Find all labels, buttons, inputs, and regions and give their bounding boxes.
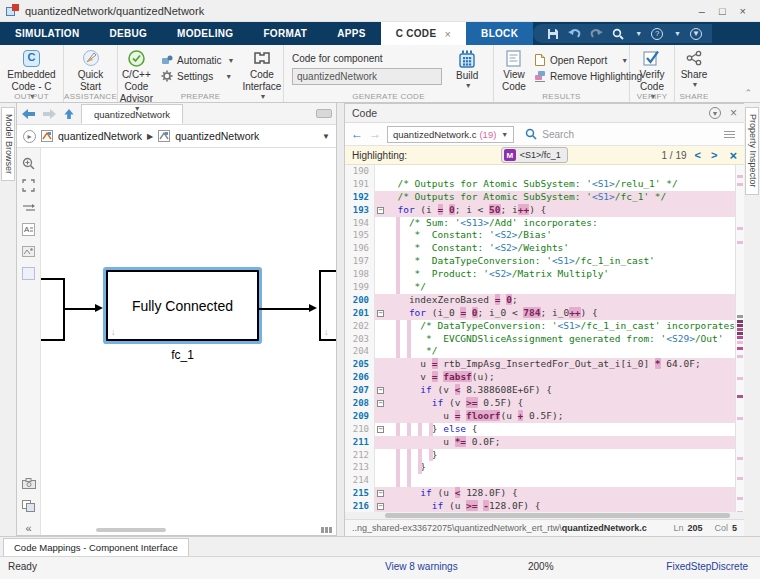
tab-format[interactable]: FORMAT — [248, 22, 322, 45]
tab-simulation[interactable]: SIMULATION — [0, 22, 94, 45]
breadcrumb-item-2[interactable]: quantizedNetwork — [175, 130, 259, 142]
property-inspector-tab[interactable]: Property Inspector — [745, 107, 759, 195]
minimize-icon[interactable]: – — [699, 5, 705, 17]
tab-debug[interactable]: DEBUG — [94, 22, 162, 45]
code-hscrollbar[interactable] — [345, 512, 744, 519]
block-name[interactable]: fc_1 — [106, 348, 259, 362]
fold-icon[interactable]: − — [377, 400, 384, 407]
canvas-hscrollbar[interactable] — [96, 528, 166, 532]
close-icon[interactable]: × — [740, 5, 746, 17]
code-line-216[interactable]: 216− if (u >= -128.0F) { — [345, 500, 735, 512]
quick-start-button[interactable]: Quick Start — [74, 48, 108, 93]
help-caret-icon[interactable]: ▼ — [674, 30, 681, 37]
remove-highlighting-button[interactable]: Remove Highlighting — [534, 70, 642, 82]
code-back-icon[interactable]: ← — [351, 127, 363, 141]
component-input[interactable] — [292, 68, 442, 85]
model-browser-tab[interactable]: Model Browser — [1, 107, 15, 181]
close-highlighting-icon[interactable]: × — [729, 148, 737, 163]
expand-circle-icon[interactable]: ▸ — [23, 130, 36, 143]
file-dropdown[interactable]: quantizedNetwork.c (19) ▼ — [387, 126, 514, 143]
fold-icon[interactable]: − — [377, 490, 384, 497]
code-line-195[interactable]: 195 * Constant: '<S2>/Bias' — [345, 229, 735, 242]
image-icon[interactable] — [21, 244, 36, 259]
model-canvas[interactable]: ↓ Fully Connected fc_1 ↓ — [41, 148, 336, 535]
code-line-210[interactable]: 210− } else { — [345, 423, 735, 436]
screenshot-icon[interactable] — [21, 476, 36, 491]
area-box-icon[interactable] — [21, 266, 36, 281]
code-line-194[interactable]: 194 /* Sum: '<S13>/Add' incorporates: — [345, 217, 735, 230]
prev-highlight-icon[interactable]: < — [693, 149, 703, 161]
code-mappings-tab[interactable]: Code Mappings - Component Interface — [3, 538, 189, 556]
pane-menu-icon[interactable]: ▼ — [709, 107, 721, 119]
settings-dropdown[interactable]: Settings▼ — [161, 70, 234, 82]
solver-name[interactable]: FixedStepDiscrete — [666, 561, 748, 572]
breadcrumb-item-1[interactable]: quantizedNetwork — [58, 130, 142, 142]
code-line-202[interactable]: 202 /* DataTypeConversion: '<S1>/fc_1_in… — [345, 320, 735, 333]
code-line-196[interactable]: 196 * Constant: '<S2>/Weights' — [345, 242, 735, 255]
maximize-icon[interactable]: □ — [719, 5, 726, 17]
code-line-201[interactable]: 201− for (i_0 = 0; i_0 < 784; i_0++) { — [345, 307, 735, 320]
code-advisor-button[interactable]: C/C++ Code Advisor▼ — [116, 48, 157, 113]
code-line-214[interactable]: 214 — [345, 474, 735, 487]
code-line-208[interactable]: 208− if (v >= 0.5F) { — [345, 397, 735, 410]
canvas-minipanel-icon[interactable] — [316, 109, 332, 118]
fold-icon[interactable]: − — [377, 387, 384, 394]
collapse-toolstrip-icon[interactable]: ⌃ — [744, 88, 752, 98]
fold-icon[interactable]: − — [377, 426, 384, 433]
code-line-203[interactable]: 203 * EVCGNDSliceAssignment generated fr… — [345, 333, 735, 346]
share-button[interactable]: Share▼ — [677, 48, 712, 89]
canvas-scroll-grip[interactable] — [321, 527, 332, 533]
help-icon[interactable]: ? — [651, 28, 663, 40]
forward-icon[interactable] — [42, 108, 57, 120]
tab-modeling[interactable]: MODELING — [162, 22, 248, 45]
up-icon[interactable] — [63, 108, 75, 120]
fit-to-view-icon[interactable] — [21, 178, 36, 193]
search-icon[interactable] — [612, 28, 624, 40]
highlight-chip[interactable]: M <S1>/fc_1 — [501, 147, 568, 163]
code-line-213[interactable]: 213 } — [345, 461, 735, 474]
tab-block[interactable]: BLOCK — [466, 22, 533, 45]
tab-apps[interactable]: APPS — [322, 22, 380, 45]
breadcrumb-caret-icon[interactable]: ▼ — [322, 132, 330, 141]
save-icon[interactable] — [547, 28, 559, 40]
code-line-197[interactable]: 197 * DataTypeConversion: '<S1>/fc_1_in_… — [345, 255, 735, 268]
fold-icon[interactable]: − — [377, 503, 384, 510]
code-line-200[interactable]: 200 indexZeroBased = 0; — [345, 294, 735, 307]
downstream-block[interactable]: ↓ — [319, 270, 336, 341]
automatic-dropdown[interactable]: Automatic▼ — [161, 54, 234, 66]
annotation-icon[interactable]: A — [21, 222, 36, 237]
code-line-190[interactable]: 190 — [345, 165, 735, 178]
signal-routing-icon[interactable] — [21, 200, 36, 215]
zoom-level[interactable]: 200% — [528, 561, 554, 572]
pane-splitter[interactable] — [337, 103, 345, 536]
code-line-209[interactable]: 209 u = floorf(u + 0.5F); — [345, 410, 735, 423]
menu-icon[interactable] — [724, 131, 735, 138]
code-search[interactable]: Search — [520, 126, 718, 143]
search-caret-icon[interactable]: ▼ — [635, 30, 642, 37]
zoom-icon[interactable] — [21, 156, 36, 171]
code-line-191[interactable]: 191 /* Outputs for Atomic SubSystem: '<S… — [345, 178, 735, 191]
close-pane-icon[interactable]: × — [730, 106, 737, 120]
block-badge-icon[interactable]: ↓ — [324, 327, 329, 337]
code-line-204[interactable]: 204 */ — [345, 345, 735, 358]
code-line-215[interactable]: 215− if (u < 128.0F) { — [345, 487, 735, 500]
code-line-207[interactable]: 207− if (v < 8.388608E+6F) { — [345, 384, 735, 397]
code-line-193[interactable]: 193− for (i = 0; i < 50; i++) { — [345, 204, 735, 217]
code-line-192[interactable]: 192 /* Outputs for Atomic SubSystem: '<S… — [345, 191, 735, 204]
code-line-199[interactable]: 199 */ — [345, 281, 735, 294]
tab-close-icon[interactable]: × — [444, 28, 451, 40]
build-button[interactable]: Build▼ — [452, 49, 482, 90]
code-line-206[interactable]: 206 v = fabsf(u); — [345, 371, 735, 384]
fold-icon[interactable]: − — [377, 207, 384, 214]
code-line-198[interactable]: 198 * Product: '<S2>/Matrix Multiply' — [345, 268, 735, 281]
view-code-button[interactable]: View Code — [498, 48, 530, 93]
upstream-block[interactable] — [41, 278, 65, 341]
warnings-link[interactable]: View 8 warnings — [385, 561, 458, 572]
back-icon[interactable] — [21, 108, 36, 120]
fold-icon[interactable]: − — [377, 310, 384, 317]
open-report-dropdown[interactable]: Open Report▼ — [534, 54, 642, 66]
redo-icon[interactable] — [590, 28, 603, 39]
code-line-205[interactable]: 205 u = rtb_ImpAsg_InsertedFor_Out_at_i[… — [345, 358, 735, 371]
code-line-211[interactable]: 211 u *= 0.0F; — [345, 436, 735, 449]
tab-c-code[interactable]: C CODE × — [381, 22, 466, 45]
